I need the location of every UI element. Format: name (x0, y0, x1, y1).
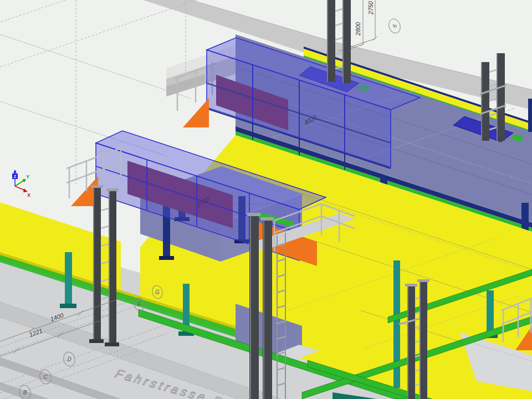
svg-text:F: F (137, 301, 141, 308)
model-canvas[interactable]: 2800 2750 6 (0, 0, 532, 399)
z-axis-label: Z (14, 174, 17, 179)
svg-text:G: G (155, 289, 160, 295)
dimension-2750: 2750 (367, 1, 374, 15)
svg-text:B: B (23, 390, 27, 396)
dimension-2800: 2800 (355, 22, 361, 36)
svg-text:C: C (43, 374, 48, 380)
svg-text:D: D (67, 356, 71, 362)
x-axis-label: X (27, 192, 30, 198)
y-axis-label: Y (26, 174, 29, 180)
navy-edge-member[interactable] (528, 99, 532, 132)
cad-viewport[interactable]: 2800 2750 6 (0, 0, 532, 399)
